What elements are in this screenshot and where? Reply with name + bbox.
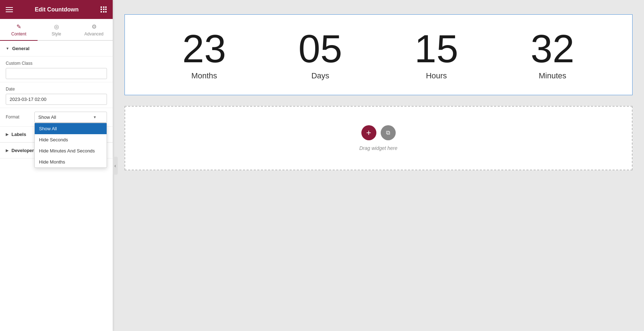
- sidebar-header: Edit Countdown: [0, 0, 113, 19]
- labels-arrow-icon: ▶: [6, 132, 9, 136]
- date-group: Date: [0, 82, 113, 108]
- chevron-down-icon: ▼: [93, 115, 97, 119]
- general-section-label: General: [12, 46, 29, 51]
- countdown-days-number: 05: [298, 29, 342, 68]
- format-select-display[interactable]: Show All ▼: [34, 112, 107, 123]
- countdown-unit-hours: 15 Hours: [415, 29, 458, 81]
- countdown-hours-label: Hours: [426, 71, 447, 81]
- drop-zone-text: Drag widget here: [359, 145, 397, 151]
- style-icon: ◎: [54, 23, 59, 30]
- drop-zone-buttons: + ⧉: [361, 125, 396, 140]
- countdown-minutes-number: 32: [531, 29, 574, 68]
- format-option-hide-minutes-seconds[interactable]: Hide Minutes And Seconds: [35, 145, 107, 156]
- tab-style[interactable]: ◎ Style: [38, 19, 75, 41]
- labels-section-label: Labels: [11, 132, 26, 137]
- custom-class-input[interactable]: [6, 68, 107, 79]
- grid-icon[interactable]: [101, 6, 107, 13]
- general-arrow-icon: ▼: [6, 47, 9, 50]
- format-option-hide-months[interactable]: Hide Months: [35, 156, 107, 167]
- sidebar-tabs: ✎ Content ◎ Style ⚙ Advanced: [0, 19, 113, 41]
- custom-class-group: Custom Class: [0, 57, 113, 82]
- developer-tools-arrow-icon: ▶: [6, 149, 9, 152]
- countdown-months-label: Months: [191, 71, 217, 81]
- tab-style-label: Style: [52, 31, 61, 36]
- sidebar: Edit Countdown ✎ Content ◎ Style ⚙ Advan…: [0, 0, 113, 331]
- countdown-months-number: 23: [182, 29, 226, 68]
- sidebar-content: ▼ General Custom Class Date Format Show …: [0, 41, 113, 331]
- tab-content-label: Content: [11, 31, 26, 36]
- sidebar-title: Edit Countdown: [35, 6, 79, 13]
- format-selected-value: Show All: [38, 115, 56, 120]
- format-label: Format: [6, 112, 34, 120]
- format-row: Format Show All ▼ Show All Hide Seconds …: [0, 108, 113, 126]
- date-input[interactable]: [6, 94, 107, 105]
- general-section-header[interactable]: ▼ General: [0, 41, 113, 57]
- countdown-days-label: Days: [311, 71, 329, 81]
- custom-class-label: Custom Class: [6, 61, 107, 66]
- add-widget-button[interactable]: +: [361, 125, 376, 140]
- date-label: Date: [6, 87, 107, 92]
- countdown-unit-minutes: 32 Minutes: [531, 29, 574, 81]
- countdown-minutes-label: Minutes: [539, 71, 566, 81]
- countdown-unit-days: 05 Days: [298, 29, 342, 81]
- format-option-hide-seconds[interactable]: Hide Seconds: [35, 134, 107, 145]
- format-dropdown: Show All Hide Seconds Hide Minutes And S…: [34, 123, 107, 168]
- content-icon: ✎: [16, 23, 21, 30]
- hamburger-icon[interactable]: [6, 7, 13, 12]
- copy-widget-button[interactable]: ⧉: [381, 125, 396, 140]
- tab-advanced-label: Advanced: [84, 31, 103, 36]
- countdown-hours-number: 15: [415, 29, 458, 68]
- drop-zone: + ⧉ Drag widget here: [125, 106, 633, 170]
- format-select-wrapper: Show All ▼ Show All Hide Seconds Hide Mi…: [34, 112, 107, 123]
- advanced-icon: ⚙: [92, 23, 97, 30]
- main-area: 23 Months 05 Days 15 Hours 32 Minutes + …: [113, 0, 644, 331]
- countdown-widget: 23 Months 05 Days 15 Hours 32 Minutes: [125, 14, 633, 95]
- format-option-show-all[interactable]: Show All: [35, 123, 107, 134]
- tab-advanced[interactable]: ⚙ Advanced: [75, 19, 113, 41]
- tab-content[interactable]: ✎ Content: [0, 19, 38, 41]
- countdown-unit-months: 23 Months: [182, 29, 226, 81]
- collapse-handle[interactable]: [113, 157, 118, 175]
